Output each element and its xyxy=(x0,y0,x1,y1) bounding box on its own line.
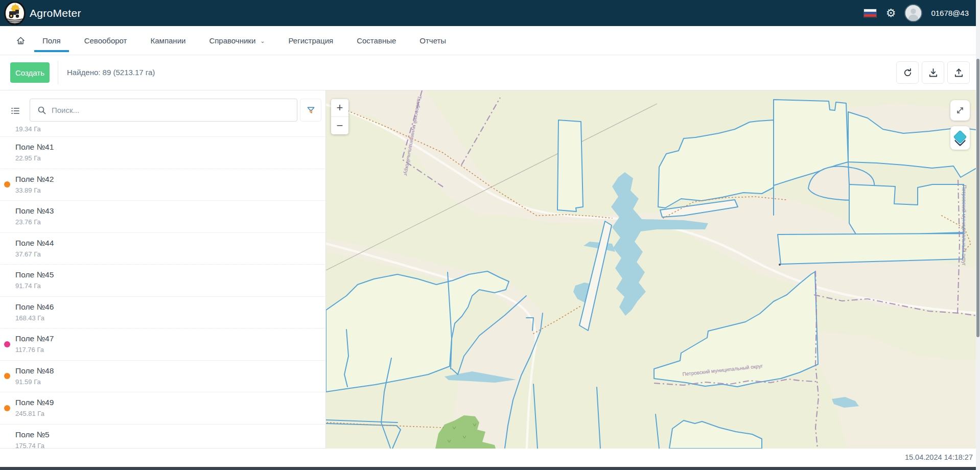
field-area: 37.67 Га xyxy=(15,250,41,258)
field-name: Поле №49 xyxy=(15,398,54,407)
field-status-dot xyxy=(4,341,10,347)
field-list: 19.34 Га Поле №41 22.95 Га Поле №42 33.8… xyxy=(0,123,325,448)
field-list-item[interactable]: Поле №48 91.59 Га xyxy=(0,361,325,393)
home-tab[interactable] xyxy=(10,26,31,55)
field-area: 245.81 Га xyxy=(15,410,44,417)
map-layers-button[interactable] xyxy=(950,126,970,150)
nav-tab-2[interactable]: Севооборот xyxy=(73,26,139,55)
field-name: Поле №42 xyxy=(15,175,54,184)
boundary-label-petrovsky-vertical: Петровский муниципальный округ xyxy=(961,185,967,266)
nav-tab-3[interactable]: Кампании xyxy=(139,26,198,55)
bottom-bar xyxy=(0,467,980,470)
username-label: 01678@43 xyxy=(931,9,969,17)
upload-button[interactable] xyxy=(947,61,970,84)
map-tiles: Тамбовский муниципальный округ Петровски… xyxy=(326,90,980,449)
layers-icon xyxy=(952,129,968,147)
language-flag-russia[interactable] xyxy=(864,9,876,17)
toolbar: Создать Найдено: 89 (5213.17 га) xyxy=(0,55,980,90)
zoom-in-button[interactable]: + xyxy=(331,99,348,116)
field-area: 91.59 Га xyxy=(15,378,41,386)
field-area: 91.74 Га xyxy=(15,282,41,290)
nav-tab-1[interactable]: Поля xyxy=(31,26,73,55)
list-icon xyxy=(10,106,20,116)
field-name: Поле №48 xyxy=(15,366,54,375)
field-name: Поле №43 xyxy=(15,206,54,216)
filter-button[interactable] xyxy=(300,99,321,122)
app-logo xyxy=(4,2,26,25)
map-zoom-control: + − xyxy=(331,99,348,134)
field-list-item[interactable]: Поле №41 22.95 Га xyxy=(0,137,325,169)
field-list-item[interactable]: Поле №5 175.74 Га xyxy=(0,425,325,449)
scrollbar-thumb[interactable] xyxy=(976,59,979,337)
home-icon xyxy=(16,36,26,45)
field-list-item[interactable]: Поле №46 168.43 Га xyxy=(0,297,325,329)
field-name: Поле №5 xyxy=(15,430,50,439)
filter-funnel-icon xyxy=(306,105,316,115)
field-area: 19.34 Га xyxy=(15,125,41,133)
search-input[interactable] xyxy=(30,99,297,121)
zoom-out-button[interactable]: − xyxy=(331,117,348,134)
field-list-item[interactable]: Поле №44 37.67 Га xyxy=(0,233,325,265)
map-fullscreen-button[interactable] xyxy=(950,100,970,121)
field-name: Поле №41 xyxy=(15,143,54,152)
map-timestamp: 15.04.2024 14:18:27 xyxy=(905,449,973,467)
download-button[interactable] xyxy=(922,61,944,84)
field-list-item[interactable]: Поле №47 117.76 Га xyxy=(0,328,325,361)
refresh-button[interactable] xyxy=(896,61,919,84)
field-area: 33.89 Га xyxy=(15,186,41,194)
status-bar: 15.04.2024 14:18:27 xyxy=(0,449,980,467)
user-avatar[interactable] xyxy=(905,5,921,21)
nav-tab-6[interactable]: Составные xyxy=(345,26,408,55)
field-area: 23.76 Га xyxy=(15,218,41,226)
field-area: 22.95 Га xyxy=(15,154,41,162)
nav-tabs: ПоляСевооборотКампанииСправочники⌄Регист… xyxy=(31,26,458,55)
app-window: AgroMeter ⚙ 01678@43 ПоляСевооборотКампа… xyxy=(0,0,980,470)
map-canvas[interactable]: Тамбовский муниципальный округ Петровски… xyxy=(326,90,980,449)
page-scrollbar[interactable] xyxy=(976,0,980,470)
field-list-item[interactable]: Поле №45 91.74 Га xyxy=(0,265,325,297)
field-list-item[interactable]: Поле №49 245.81 Га xyxy=(0,392,325,425)
field-list-item[interactable]: Поле №43 23.76 Га xyxy=(0,201,325,233)
search-box xyxy=(30,99,297,122)
upload-icon xyxy=(953,67,964,78)
field-area: 117.76 Га xyxy=(15,346,44,354)
field-list-item[interactable]: 19.34 Га xyxy=(0,123,325,137)
field-name: Поле №45 xyxy=(15,270,54,279)
nav-tab-4[interactable]: Справочники⌄ xyxy=(197,26,276,55)
field-name: Поле №46 xyxy=(15,302,54,312)
expand-icon xyxy=(955,106,965,115)
app-title: AgroMeter xyxy=(30,0,81,26)
field-status-dot xyxy=(4,405,10,411)
download-icon xyxy=(928,67,939,78)
field-list-panel: 19.34 Га Поле №41 22.95 Га Поле №42 33.8… xyxy=(0,90,326,449)
refresh-icon xyxy=(902,67,913,78)
field-status-dot xyxy=(4,373,10,379)
field-name: Поле №47 xyxy=(15,334,54,343)
field-area: 168.43 Га xyxy=(15,314,44,322)
found-count-label: Найдено: 89 (5213.17 га) xyxy=(67,55,155,90)
field-status-dot xyxy=(4,181,10,187)
field-list-item[interactable]: Поле №42 33.89 Га xyxy=(0,169,325,201)
nav-tab-5[interactable]: Регистрация xyxy=(277,26,345,55)
field-name: Поле №44 xyxy=(15,239,54,248)
nav-tab-7[interactable]: Отчеты xyxy=(408,26,458,55)
main-navigation: ПоляСевооборотКампанииСправочники⌄Регист… xyxy=(0,26,980,55)
create-button[interactable]: Создать xyxy=(10,62,50,83)
app-header: AgroMeter ⚙ 01678@43 xyxy=(0,0,980,26)
chevron-down-icon: ⌄ xyxy=(260,27,265,56)
list-view-button[interactable] xyxy=(5,100,26,122)
toolbar-divider xyxy=(58,61,58,84)
settings-gear-icon[interactable]: ⚙ xyxy=(886,8,896,19)
field-area: 175.74 Га xyxy=(15,442,44,449)
